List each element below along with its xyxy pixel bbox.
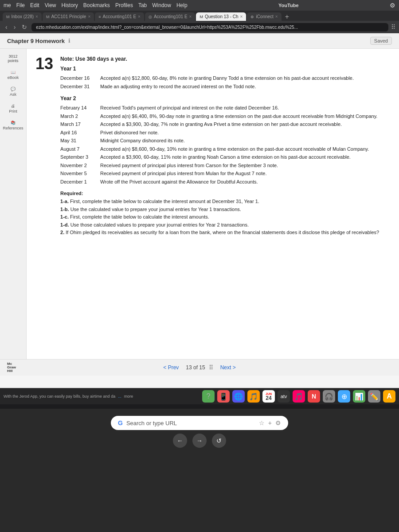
page-content: Chapter 9 Homework ℹ Saved 3012 points 📖… — [0, 33, 399, 388]
tab-label-acc101: ACC101 Principle — [51, 14, 86, 19]
dock-chart[interactable]: 📊 — [353, 390, 365, 403]
year2-heading: Year 2 — [60, 95, 390, 102]
required-item-2: 2. If Ohim pledged its receivables as se… — [60, 229, 390, 237]
extensions-icon[interactable]: ⠿ — [391, 23, 395, 31]
sidebar-ebook[interactable]: 📖 eBook — [8, 70, 19, 80]
entry-apr16: April 16 Privet dishonored her note. — [60, 129, 390, 137]
menu-view[interactable]: View — [45, 2, 56, 8]
req-text-1b: Use the calculated value to prepare your… — [70, 207, 241, 212]
dock-n[interactable]: N — [308, 390, 320, 403]
tab-label-inbox: Inbox (228) — [12, 14, 34, 19]
dock-browser[interactable]: 🌐 — [232, 390, 245, 403]
tab-close-accounting1[interactable]: × — [138, 14, 141, 19]
taskbar: With the Jerod App, you can easily pay b… — [0, 388, 399, 404]
dock-question[interactable]: ? — [202, 390, 215, 403]
req-text-1c: First, complete the table below to calcu… — [70, 214, 209, 219]
text-mar17: Accepted a $3,900, 30-day, 7% note in gr… — [100, 121, 390, 128]
tab-acc101[interactable]: M ACC101 Principle × — [43, 12, 94, 21]
dock-music[interactable]: 🎵 — [247, 390, 260, 403]
entry-mar17: March 17 Accepted a $3,900, 30-day, 7% n… — [60, 121, 390, 128]
tab-favicon-question13: M — [200, 15, 203, 19]
tab-close-iconnect[interactable]: × — [275, 14, 278, 19]
menu-edit[interactable]: Edit — [30, 2, 39, 8]
settings-icon[interactable]: ⚙ — [390, 2, 395, 9]
dock-a[interactable]: A — [383, 390, 395, 403]
menu-tab[interactable]: Tab — [138, 2, 147, 8]
text-aug7: Accepted a(n) $8,600, 90-day, 10% note i… — [100, 145, 390, 153]
req-text-1a: First, complete the table below to calcu… — [70, 199, 259, 204]
youtube-label: YouTube — [193, 3, 384, 8]
tab-favicon-acc101: M — [46, 15, 50, 19]
tab-close-accounting2[interactable]: × — [189, 14, 192, 19]
tab-question13[interactable]: M Question 13 - Ch × — [196, 12, 246, 21]
back-button[interactable]: ‹ — [4, 23, 9, 31]
sidebar-references[interactable]: 📚 References — [3, 121, 23, 130]
date-dec1: December 1 — [60, 178, 100, 186]
taskbar-more-label[interactable]: more — [124, 394, 133, 399]
tab-iconnect[interactable]: ⊕ iConnect × — [247, 12, 281, 21]
menu-me[interactable]: me — [4, 2, 11, 8]
address-bar[interactable]: ezto.mheducation.com/ext/map/index.html?… — [31, 23, 388, 31]
required-item-1d: 1-d. Use those calculated values to prep… — [60, 221, 390, 229]
taskbar-message: With the Jerod App, you can easily pay b… — [4, 394, 115, 399]
taskbar-more[interactable]: ... — [118, 394, 121, 399]
ask-icon: 💬 — [10, 87, 16, 91]
ask-label: Ask — [10, 92, 16, 97]
menu-bar: me File Edit View History Bookmarks Prof… — [0, 0, 399, 11]
tab-inbox[interactable]: M Inbox (228) × — [3, 12, 42, 21]
dock-calendar[interactable]: JUN 24 — [262, 390, 275, 403]
grid-icon[interactable]: ⠿ — [209, 364, 213, 371]
forward-button[interactable]: › — [12, 23, 18, 31]
print-label: Print — [9, 109, 17, 113]
references-icon: 📚 — [3, 121, 23, 125]
tab-close-inbox[interactable]: × — [35, 14, 38, 19]
date-mar2: March 2 — [60, 113, 100, 120]
menu-profiles[interactable]: Profiles — [115, 2, 133, 8]
ebook-label: eBook — [8, 75, 19, 80]
entry-feb14: February 14 Received Todd's payment of p… — [60, 104, 390, 112]
menu-help[interactable]: Help — [176, 2, 188, 8]
date-mar17: March 17 — [60, 121, 100, 128]
tab-close-acc101[interactable]: × — [88, 14, 90, 19]
prev-button[interactable]: < Prev — [163, 364, 179, 371]
dock-edit[interactable]: ✏️ — [368, 390, 380, 403]
required-item-1a: 1-a. First, complete the table below to … — [60, 198, 390, 206]
year1-heading: Year 1 — [60, 66, 390, 72]
dock-tv[interactable]: atv — [278, 390, 290, 403]
sidebar-print[interactable]: 🖨 Print — [9, 104, 17, 113]
menu-bookmarks[interactable]: Bookmarks — [83, 2, 110, 8]
dock-plus[interactable]: ⊕ — [338, 390, 350, 403]
required-item-1b: 1-b. Use the calculated value to prepare… — [60, 206, 390, 214]
keyboard-refresh-button[interactable]: ↺ — [212, 434, 226, 448]
page-info: 13 of 15 ⠿ — [186, 364, 213, 371]
star-icon[interactable]: ☆ — [259, 419, 265, 426]
date-sep3: September 3 — [60, 153, 100, 161]
text-nov2: Received payment of principal plus inter… — [100, 162, 390, 169]
google-search-bar[interactable]: G Search or type URL ☆ + ⚙ — [111, 416, 288, 430]
sidebar-ask[interactable]: 💬 Ask — [10, 87, 16, 97]
menu-history[interactable]: History — [62, 2, 78, 8]
entry-may31: May 31 Midnight Company dishonored its n… — [60, 137, 390, 145]
new-tab-button[interactable]: + — [282, 13, 292, 21]
menu-file[interactable]: File — [16, 2, 25, 8]
tab-accounting2[interactable]: ◎ Accounting101 E × — [145, 12, 195, 21]
points-value: 3012 — [8, 54, 18, 59]
menu-window[interactable]: Window — [152, 2, 171, 8]
refresh-button[interactable]: ↻ — [20, 23, 29, 31]
tab-label-iconnect: iConnect — [256, 14, 273, 19]
keyboard-back-button[interactable]: ← — [173, 434, 187, 448]
text-dec31: Made an adjusting entry to record the ac… — [100, 83, 390, 90]
settings-icon2[interactable]: ⚙ — [275, 419, 281, 426]
date-dec31: December 31 — [60, 83, 100, 90]
next-button[interactable]: Next > — [220, 364, 236, 371]
tab-close-question13[interactable]: × — [240, 14, 243, 19]
dock-music2[interactable]: 🎵 — [293, 390, 305, 403]
entry-mar2: March 2 Accepted a(n) $6,400, 8%, 90-day… — [60, 113, 390, 120]
tab-accounting1[interactable]: ≡ Accounting101 E × — [95, 12, 144, 21]
year2-entries: February 14 Received Todd's payment of p… — [60, 104, 390, 185]
add-icon[interactable]: + — [268, 419, 272, 426]
dock-phone[interactable]: 📱 — [217, 390, 230, 403]
keyboard-forward-button[interactable]: → — [192, 434, 207, 448]
info-icon[interactable]: ℹ — [68, 38, 70, 44]
dock-headphones[interactable]: 🎧 — [323, 390, 335, 403]
